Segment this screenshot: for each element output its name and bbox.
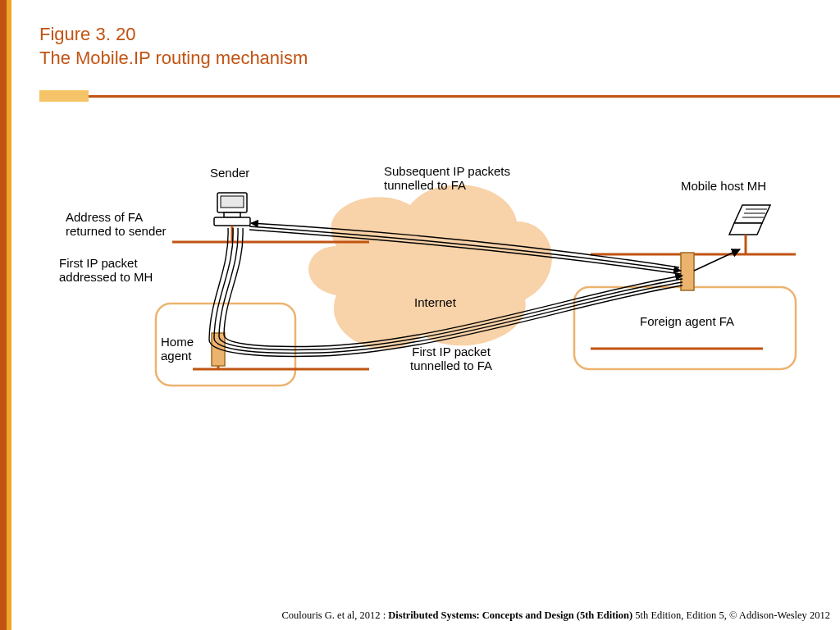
svg-rect-11 [681,253,694,290]
label-home-agent-l2: agent [161,349,194,363]
figure-number: Figure 3. 20 [39,23,308,47]
label-mobile-host: Mobile host MH [681,179,766,193]
label-subsequent-tunnel-l1: Subsequent IP packets [384,164,510,178]
label-first-to-mh-l1: First IP packet [59,256,153,270]
label-home-agent-l1: Home [161,335,194,349]
label-first-tunnel-l2: tunnelled to FA [410,358,492,372]
figure-heading: Figure 3. 20 The Mobile.IP routing mecha… [39,23,308,70]
fa-to-mh-arrow [694,249,740,271]
label-first-tunnel: First IP packet tunnelled to FA [410,345,492,373]
label-sender: Sender [210,166,249,180]
figure-title: The Mobile.IP routing mechanism [39,47,308,71]
label-foreign-agent: Foreign agent FA [640,314,734,328]
citation-bold: Distributed Systems: Concepts and Design… [388,609,632,621]
label-first-to-mh-l2: addressed to MH [59,270,153,284]
left-stripe-orange [0,0,7,630]
label-home-agent: Home agent [161,335,194,363]
svg-rect-1 [221,196,244,208]
label-internet: Internet [414,295,456,309]
internet-cloud [308,185,552,349]
mobile-ip-diagram: Sender Subsequent IP packets tunnelled t… [49,156,804,418]
diagram-svg [49,156,804,418]
sender-icon [214,193,250,242]
label-first-to-mh: First IP packet addressed to MH [59,256,153,285]
label-subsequent-tunnel: Subsequent IP packets tunnelled to FA [384,164,510,193]
citation-footer: Coulouris G. et al, 2012 : Distributed S… [0,609,830,622]
label-first-tunnel-l1: First IP packet [410,345,492,358]
svg-rect-3 [214,217,250,226]
foreign-agent-node [681,253,694,290]
label-subsequent-tunnel-l2: tunnelled to FA [384,178,510,192]
label-address-fa: Address of FA returned to sender [66,210,167,239]
left-stripe-gold [7,0,11,630]
svg-rect-2 [224,212,240,217]
label-address-fa-l1: Address of FA [66,210,167,224]
heading-rule-chip [39,90,89,102]
citation-pre: Coulouris G. et al, 2012 : [281,609,388,621]
mobile-host-icon [729,205,770,254]
heading-rule [39,95,840,98]
citation-post: 5th Edition, Edition 5, © Addison-Wesley… [632,609,830,621]
label-address-fa-l2: returned to sender [66,224,167,238]
